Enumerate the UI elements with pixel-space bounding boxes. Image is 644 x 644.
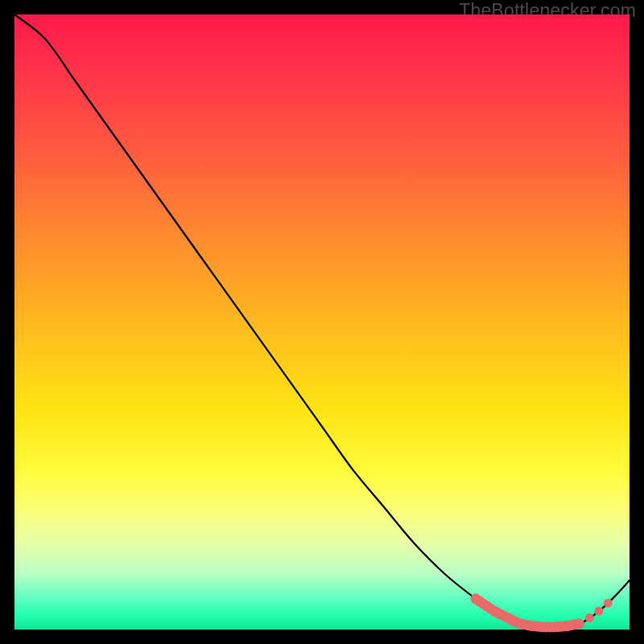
minimum-marker-dots — [471, 593, 613, 632]
curve-marker-dot — [574, 618, 584, 629]
curve-marker-dot — [594, 607, 603, 616]
chart-frame — [14, 14, 630, 630]
curve-marker-dot — [585, 613, 594, 622]
curve-marker-dot — [604, 599, 613, 608]
chart-plot — [14, 14, 630, 630]
bottleneck-curve — [14, 14, 630, 627]
